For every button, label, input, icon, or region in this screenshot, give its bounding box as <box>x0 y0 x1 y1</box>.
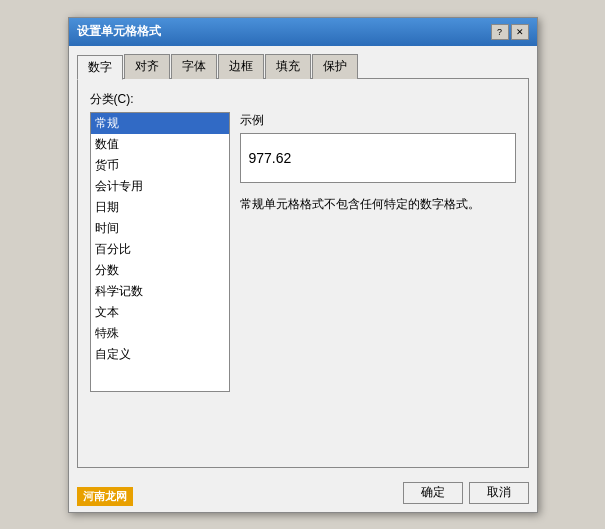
category-item-special[interactable]: 特殊 <box>91 323 229 344</box>
dialog-body: 数字 对齐 字体 边框 填充 保护 分类(C): 常规 数值 货币 会计专用 日… <box>69 46 537 476</box>
category-item-scientific[interactable]: 科学记数 <box>91 281 229 302</box>
confirm-button[interactable]: 确定 <box>403 482 463 504</box>
description-text: 常规单元格格式不包含任何特定的数字格式。 <box>240 195 516 214</box>
title-bar: 设置单元格格式 ? ✕ <box>69 18 537 46</box>
dialog-title: 设置单元格格式 <box>77 23 161 40</box>
category-item-regular[interactable]: 常规 <box>91 113 229 134</box>
category-item-accounting[interactable]: 会计专用 <box>91 176 229 197</box>
tab-number[interactable]: 数字 <box>77 55 123 80</box>
help-button[interactable]: ? <box>491 24 509 40</box>
category-label: 分类(C): <box>90 91 516 108</box>
tab-align[interactable]: 对齐 <box>124 54 170 79</box>
tab-font[interactable]: 字体 <box>171 54 217 79</box>
category-item-percent[interactable]: 百分比 <box>91 239 229 260</box>
category-item-time[interactable]: 时间 <box>91 218 229 239</box>
preview-box: 977.62 <box>240 133 516 183</box>
preview-value: 977.62 <box>249 150 292 166</box>
button-bar: 河南龙网 确定 取消 <box>69 476 537 512</box>
category-item-fraction[interactable]: 分数 <box>91 260 229 281</box>
tab-bar: 数字 对齐 字体 边框 填充 保护 <box>77 54 529 79</box>
right-panel: 示例 977.62 常规单元格格式不包含任何特定的数字格式。 <box>240 112 516 392</box>
dialog: 设置单元格格式 ? ✕ 数字 对齐 字体 边框 填充 保护 分类(C): 常规 <box>68 17 538 513</box>
preview-label: 示例 <box>240 112 516 129</box>
cancel-button[interactable]: 取消 <box>469 482 529 504</box>
category-item-custom[interactable]: 自定义 <box>91 344 229 365</box>
category-item-number[interactable]: 数值 <box>91 134 229 155</box>
tab-content: 分类(C): 常规 数值 货币 会计专用 日期 时间 百分比 分数 科学记数 文… <box>77 78 529 468</box>
category-item-text[interactable]: 文本 <box>91 302 229 323</box>
main-area: 常规 数值 货币 会计专用 日期 时间 百分比 分数 科学记数 文本 特殊 自定… <box>90 112 516 392</box>
category-listbox[interactable]: 常规 数值 货币 会计专用 日期 时间 百分比 分数 科学记数 文本 特殊 自定… <box>90 112 230 392</box>
title-controls: ? ✕ <box>491 24 529 40</box>
watermark: 河南龙网 <box>77 487 133 506</box>
tab-protect[interactable]: 保护 <box>312 54 358 79</box>
category-item-currency[interactable]: 货币 <box>91 155 229 176</box>
tab-border[interactable]: 边框 <box>218 54 264 79</box>
tab-fill[interactable]: 填充 <box>265 54 311 79</box>
close-button[interactable]: ✕ <box>511 24 529 40</box>
category-item-date[interactable]: 日期 <box>91 197 229 218</box>
category-list-container: 常规 数值 货币 会计专用 日期 时间 百分比 分数 科学记数 文本 特殊 自定… <box>90 112 230 392</box>
